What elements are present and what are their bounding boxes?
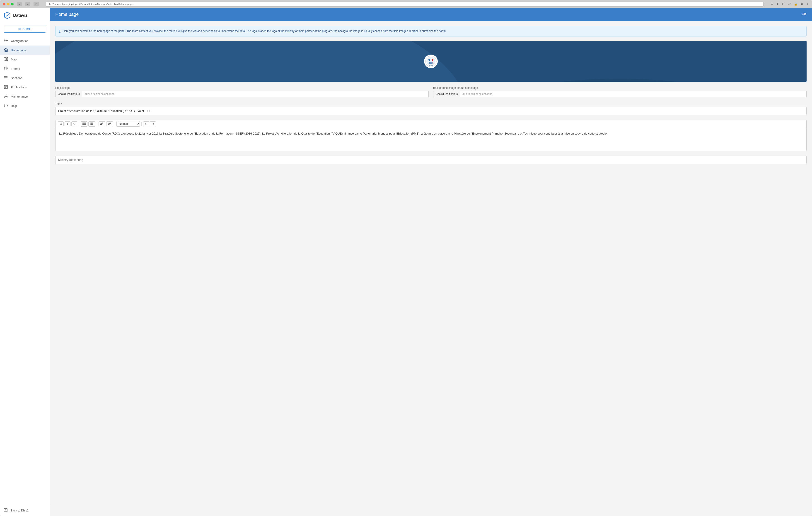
reader-button[interactable]: ⊡: [33, 2, 39, 6]
extensions-icon[interactable]: ⚙: [800, 2, 804, 6]
underline-button[interactable]: U: [71, 121, 77, 126]
bg-image-input-row: Choisir les fichiers aucun fichier sélec…: [433, 91, 807, 97]
svg-point-31: [83, 123, 83, 124]
sidebar-item-homepage[interactable]: Home page: [0, 45, 50, 55]
redo-button[interactable]: ↪: [150, 121, 156, 126]
titlebar: ‹ › ⊡ dhis2.paquefbp.org/api/apps/Paque-…: [0, 0, 812, 8]
unlink-icon: [108, 123, 111, 125]
configuration-icon: [4, 38, 8, 43]
publications-icon: [4, 85, 8, 90]
info-text: Here you can customize the homepage of t…: [63, 29, 446, 33]
unordered-list-button[interactable]: [81, 121, 87, 127]
map-icon: [4, 57, 8, 62]
hero-image: PAQUE: [55, 41, 807, 82]
tab-icon[interactable]: ⊡: [781, 2, 785, 6]
sidebar-item-configuration[interactable]: Configuration: [0, 36, 50, 45]
ministry-field-group: [55, 156, 807, 164]
format-select[interactable]: Normal Heading 1 Heading 2 Heading 3: [116, 121, 140, 127]
unlink-button[interactable]: [106, 121, 113, 126]
list-ul-icon: [83, 122, 86, 125]
bg-image-upload: Background image for the homepage Choisi…: [433, 86, 807, 97]
list-ol-icon: 1.2.3.: [90, 122, 93, 125]
bg-image-choose-button[interactable]: Choisir les fichiers: [433, 91, 460, 97]
vpn-icon[interactable]: 🔒: [793, 2, 799, 6]
project-logo-choose-button[interactable]: Choisir les fichiers: [55, 91, 82, 97]
info-icon: ℹ: [59, 29, 60, 33]
publish-button[interactable]: PUBLISH: [4, 26, 46, 33]
svg-marker-0: [4, 12, 10, 19]
project-logo-input-row: Choisir les fichiers aucun fichier sélec…: [55, 91, 429, 97]
sidebar-item-map-label: Map: [11, 58, 17, 61]
svg-point-22: [426, 57, 435, 66]
help-icon: ?: [4, 103, 8, 108]
svg-point-1: [5, 40, 6, 41]
browser-toolbar: ⬇ ⬆ ⊡ 🛡 🔒 ⚙ +: [770, 2, 809, 6]
project-logo-upload: Project logo Choisir les fichiers aucun …: [55, 86, 429, 97]
editor-content[interactable]: La République Démocratique du Congo (RDC…: [56, 128, 806, 151]
link-button[interactable]: [98, 121, 105, 126]
title-field-label: Title *: [55, 102, 807, 106]
svg-point-6: [5, 68, 5, 69]
maximize-button[interactable]: [11, 3, 13, 5]
share-icon[interactable]: ⬆: [776, 2, 780, 6]
project-logo-label: Project logo: [55, 86, 429, 89]
sidebar-item-sections-label: Sections: [11, 76, 22, 80]
sidebar-item-sections[interactable]: Sections: [0, 73, 50, 83]
forward-nav-button[interactable]: ›: [25, 2, 30, 6]
svg-text:?: ?: [5, 104, 6, 107]
sidebar-item-theme[interactable]: Theme: [0, 64, 50, 73]
link-icon: [100, 123, 104, 125]
svg-point-16: [5, 96, 6, 97]
bold-button[interactable]: B: [58, 121, 64, 126]
svg-point-7: [6, 67, 6, 68]
ordered-list-button[interactable]: 1.2.3.: [88, 121, 95, 127]
downloads-icon[interactable]: ⬇: [770, 2, 774, 6]
sidebar-item-help[interactable]: ? Help: [0, 101, 50, 111]
app-logo-text: Dataviz: [13, 13, 27, 18]
svg-text:3.: 3.: [90, 124, 91, 125]
homepage-icon: [4, 48, 8, 53]
sidebar-header: Dataviz: [0, 8, 50, 23]
file-upload-row: Project logo Choisir les fichiers aucun …: [55, 86, 807, 97]
minimize-button[interactable]: [7, 3, 9, 5]
sidebar-nav: Configuration Home page Map: [0, 35, 50, 505]
title-input[interactable]: [55, 107, 807, 115]
url-text: dhis2.paquefbp.org/api/apps/Paque-Datavi…: [48, 3, 133, 5]
sidebar-item-theme-label: Theme: [11, 67, 20, 70]
bg-image-label: Background image for the homepage: [433, 86, 807, 89]
app-container: Dataviz PUBLISH Configuration Home page: [0, 8, 812, 516]
sidebar-item-maintenance[interactable]: Maintenance: [0, 92, 50, 101]
ministry-input[interactable]: [55, 156, 807, 164]
address-bar[interactable]: dhis2.paquefbp.org/api/apps/Paque-Datavi…: [46, 2, 763, 6]
toolbar-divider-3: [115, 122, 115, 126]
page-title: Home page: [55, 12, 79, 17]
back-to-dhis2-button[interactable]: Back to Dhis2: [0, 506, 50, 515]
sidebar-item-map[interactable]: Map: [0, 55, 50, 64]
back-nav-button[interactable]: ‹: [17, 2, 22, 6]
italic-button[interactable]: I: [64, 121, 70, 126]
undo-button[interactable]: ↩: [143, 121, 149, 126]
traffic-lights: [3, 3, 13, 5]
bg-image-filename: aucun fichier sélectionné: [460, 91, 807, 97]
sidebar-item-maintenance-label: Maintenance: [11, 95, 28, 98]
svg-point-32: [83, 124, 83, 125]
sidebar-footer: Back to Dhis2: [0, 505, 50, 516]
main-content: Home page 👁 ℹ Here you can customize the…: [50, 8, 812, 516]
sidebar-item-homepage-label: Home page: [11, 49, 26, 52]
close-button[interactable]: [3, 3, 5, 5]
visibility-icon[interactable]: 👁: [802, 12, 807, 17]
topbar: Home page 👁: [50, 8, 812, 21]
app-logo-icon: [4, 12, 11, 19]
svg-point-24: [432, 59, 433, 61]
svg-point-8: [6, 68, 7, 69]
back-to-dhis2-label: Back to Dhis2: [10, 509, 29, 512]
svg-text:PAQUE: PAQUE: [429, 65, 433, 67]
content-area: ℹ Here you can customize the homepage of…: [50, 21, 812, 174]
add-tab-icon[interactable]: +: [806, 2, 809, 6]
sidebar: Dataviz PUBLISH Configuration Home page: [0, 8, 50, 516]
svg-point-23: [429, 59, 430, 61]
svg-marker-2: [4, 57, 8, 61]
sidebar-item-publications-label: Publications: [11, 86, 27, 89]
shield-icon[interactable]: 🛡: [787, 2, 792, 6]
sidebar-item-publications[interactable]: Publications: [0, 83, 50, 92]
